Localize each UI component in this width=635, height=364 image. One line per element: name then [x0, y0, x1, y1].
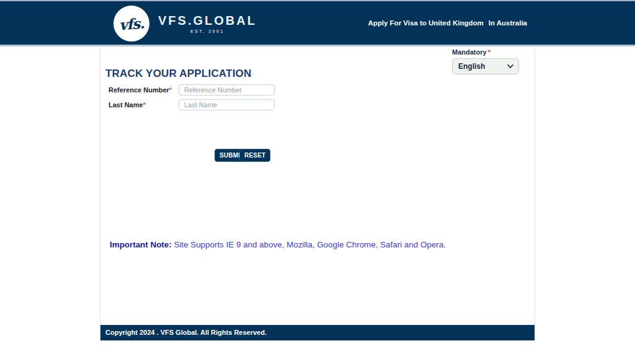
- vfs-logo: vfs. VFS.GLOBAL EST. 2001: [113, 6, 257, 42]
- required-asterisk: *: [143, 101, 146, 109]
- reference-number-input[interactable]: [179, 84, 275, 95]
- header-tagline: Apply For Visa to United KingdomIn Austr…: [368, 19, 527, 27]
- required-asterisk: *: [169, 86, 172, 94]
- tagline-visa-text: Apply For Visa to United Kingdom: [368, 19, 483, 27]
- app-header: vfs. VFS.GLOBAL EST. 2001 Apply For Visa…: [0, 0, 635, 47]
- vfs-established-label: EST. 2001: [190, 29, 224, 33]
- language-selector-block: Mandatory* English: [452, 48, 519, 74]
- tagline-country-text: In Australia: [489, 19, 527, 27]
- page-title: TRACK YOUR APPLICATION: [105, 68, 251, 80]
- copyright-text: Copyright 2024 . VFS Global. All Rights …: [105, 329, 267, 336]
- important-note-label: Important Note:: [110, 240, 172, 249]
- reference-number-label-text: Reference Number: [109, 86, 169, 94]
- reference-number-label: Reference Number*: [109, 86, 172, 94]
- important-note: Important Note: Site Supports IE 9 and a…: [110, 240, 446, 249]
- vfs-logo-circle: vfs.: [113, 6, 149, 42]
- last-name-label: Last Name*: [109, 101, 146, 109]
- page-container: Mandatory* English TRACK YOUR APPLICATIO…: [100, 47, 535, 340]
- important-note-text: Site Supports IE 9 and above, Mozilla, G…: [172, 240, 446, 249]
- vfs-wordmark-block: VFS.GLOBAL EST. 2001: [158, 14, 257, 33]
- vfs-wordmark: VFS.GLOBAL: [158, 14, 257, 27]
- reset-button[interactable]: RESET: [239, 149, 270, 162]
- last-name-input[interactable]: [179, 99, 275, 110]
- mandatory-label-text: Mandatory: [452, 48, 487, 56]
- language-select-wrap: English: [452, 58, 519, 74]
- mandatory-label: Mandatory*: [452, 48, 519, 56]
- last-name-label-text: Last Name: [109, 101, 143, 109]
- vfs-monogram: vfs.: [118, 14, 144, 33]
- required-asterisk: *: [488, 48, 491, 56]
- app-footer: Copyright 2024 . VFS Global. All Rights …: [100, 325, 535, 340]
- language-select[interactable]: English: [452, 58, 519, 74]
